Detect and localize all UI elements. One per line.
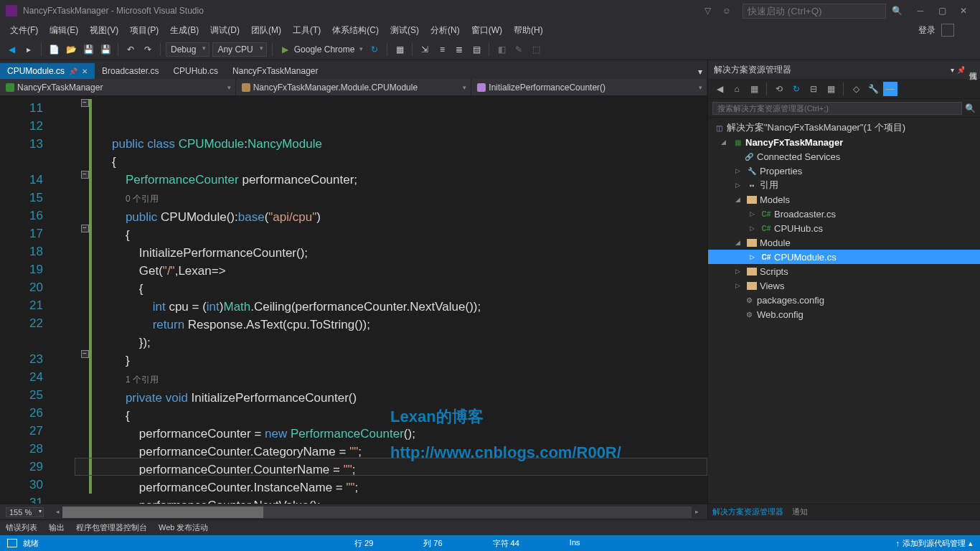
horizontal-scrollbar[interactable]: ◂ ▸ bbox=[52, 507, 702, 518]
menu-debug[interactable]: 调试(D) bbox=[204, 23, 245, 38]
platform-combo[interactable]: Any CPU bbox=[212, 42, 266, 57]
tree-solution[interactable]: ◫解决方案"NancyFxTaskManager"(1 个项目) bbox=[708, 121, 980, 135]
status-source[interactable]: 添加到源代码管理 bbox=[903, 538, 966, 549]
back-icon[interactable]: ◀ bbox=[712, 82, 727, 96]
code-editor[interactable]: 111213 141516171819202122 23242526272829… bbox=[0, 96, 707, 504]
flag-icon[interactable]: ▽ bbox=[705, 6, 711, 16]
tree-module[interactable]: ◢Module bbox=[708, 235, 980, 250]
forward-button[interactable]: ▸ bbox=[22, 42, 36, 57]
scroll-left-arrow[interactable]: ◂ bbox=[52, 507, 62, 518]
tree-scripts[interactable]: ▷Scripts bbox=[708, 264, 980, 278]
show-all-icon[interactable]: ▦ bbox=[824, 82, 838, 96]
toggle-icon[interactable]: ⟲ bbox=[772, 82, 786, 96]
tb-icon-3[interactable]: ≡ bbox=[435, 42, 449, 57]
maximize-button[interactable]: ▢ bbox=[931, 2, 953, 19]
nav-method-combo[interactable]: InitializePerformanceCounter() bbox=[471, 79, 707, 95]
tree-cpuhub[interactable]: ▷C#CPUHub.cs bbox=[708, 221, 980, 235]
scroll-thumb[interactable] bbox=[62, 507, 263, 518]
tree-refs[interactable]: ▷▪▪引用 bbox=[708, 178, 980, 192]
quick-launch-input[interactable] bbox=[743, 4, 886, 19]
properties-icon[interactable]: 🔧 bbox=[866, 82, 880, 96]
bottom-tab-pmc[interactable]: 程序包管理器控制台 bbox=[76, 522, 147, 533]
sync-icon[interactable]: ▦ bbox=[747, 82, 761, 96]
solution-icon: ◫ bbox=[714, 123, 724, 133]
tree-webconfig[interactable]: ⚙Web.config bbox=[708, 307, 980, 321]
start-debug-button[interactable]: Google Chrome bbox=[278, 43, 365, 56]
tab-cpuhub[interactable]: CPUHub.cs bbox=[166, 63, 225, 79]
zoom-combo[interactable]: 155 % bbox=[6, 507, 44, 517]
bottom-tab-errors[interactable]: 错误列表 bbox=[6, 522, 37, 533]
panel-menu-icon[interactable]: ▾ bbox=[951, 66, 954, 74]
search-icon[interactable]: 🔍 bbox=[892, 6, 903, 16]
tb-icon-7[interactable]: ✎ bbox=[512, 42, 526, 57]
feedback-icon[interactable]: ☺ bbox=[722, 6, 731, 16]
scroll-right-arrow[interactable]: ▸ bbox=[692, 507, 702, 518]
tb-icon-5[interactable]: ▤ bbox=[469, 42, 484, 57]
search-icon[interactable]: 🔍 bbox=[965, 103, 976, 113]
save-all-button[interactable]: 💾 bbox=[98, 42, 113, 57]
tb-icon-1[interactable]: ▦ bbox=[392, 42, 407, 57]
menu-build[interactable]: 生成(B) bbox=[164, 23, 204, 38]
class-icon bbox=[242, 83, 250, 92]
solution-search-input[interactable] bbox=[712, 102, 962, 115]
nav-class-combo[interactable]: NancyFxTaskManager.Module.CPUModule bbox=[236, 79, 472, 95]
refresh-button[interactable]: ↻ bbox=[367, 42, 382, 57]
tree-models[interactable]: ◢Models bbox=[708, 192, 980, 207]
tree-packages[interactable]: ⚙packages.config bbox=[708, 293, 980, 307]
code-icon[interactable]: ◇ bbox=[849, 82, 863, 96]
config-combo[interactable]: Debug bbox=[166, 42, 209, 57]
tab-nancyfx[interactable]: NancyFxTaskManager bbox=[225, 63, 325, 79]
bottom-tab-output[interactable]: 输出 bbox=[49, 522, 65, 533]
minimize-button[interactable]: ─ bbox=[910, 2, 931, 19]
home-icon[interactable]: ⌂ bbox=[730, 82, 744, 96]
panel-tab-explorer[interactable]: 解决方案资源管理器 bbox=[712, 507, 783, 517]
back-button[interactable]: ◀ bbox=[4, 42, 19, 57]
menu-help[interactable]: 帮助(H) bbox=[508, 23, 549, 38]
tab-cpumodule[interactable]: CPUModule.cs📌✕ bbox=[0, 63, 95, 79]
save-button[interactable]: 💾 bbox=[81, 42, 95, 57]
menu-view[interactable]: 视图(V) bbox=[84, 23, 124, 38]
side-tab-properties[interactable]: 属性 bbox=[964, 60, 980, 72]
menu-analyze[interactable]: 分析(N) bbox=[425, 23, 466, 38]
tab-broadcaster[interactable]: Broadcaster.cs bbox=[95, 63, 166, 79]
nav-project-combo[interactable]: NancyFxTaskManager bbox=[0, 79, 236, 95]
menu-team[interactable]: 团队(M) bbox=[245, 23, 287, 38]
avatar-icon[interactable] bbox=[941, 24, 954, 37]
tb-icon-8[interactable]: ⬚ bbox=[529, 42, 543, 57]
status-ready: 就绪 bbox=[23, 538, 39, 549]
tree-broadcaster[interactable]: ▷C#Broadcaster.cs bbox=[708, 207, 980, 221]
collapse-icon[interactable]: ⊟ bbox=[806, 82, 821, 96]
chevron-up-icon[interactable]: ▴ bbox=[969, 539, 973, 548]
redo-button[interactable]: ↷ bbox=[141, 42, 155, 57]
preview-icon[interactable]: — bbox=[883, 82, 897, 96]
menu-tools[interactable]: 工具(T) bbox=[287, 23, 326, 38]
panel-tab-notify[interactable]: 通知 bbox=[792, 507, 808, 517]
code-content[interactable]: public class CPUModule:NancyModule { Per… bbox=[75, 96, 707, 504]
connected-icon: 🔗 bbox=[744, 151, 754, 161]
tree-cpumodule[interactable]: ▷C#CPUModule.cs bbox=[708, 250, 980, 264]
login-link[interactable]: 登录 bbox=[918, 24, 936, 37]
menu-file[interactable]: 文件(F) bbox=[4, 23, 44, 38]
open-button[interactable]: 📂 bbox=[64, 42, 78, 57]
menu-edit[interactable]: 编辑(E) bbox=[44, 23, 84, 38]
bottom-tab-publish[interactable]: Web 发布活动 bbox=[159, 522, 208, 533]
menu-project[interactable]: 项目(P) bbox=[124, 23, 164, 38]
tree-views[interactable]: ▷Views bbox=[708, 278, 980, 293]
solution-tree[interactable]: ◫解决方案"NancyFxTaskManager"(1 个项目) ◢▦Nancy… bbox=[708, 118, 980, 504]
menu-arch[interactable]: 体系结构(C) bbox=[326, 23, 385, 38]
undo-button[interactable]: ↶ bbox=[123, 42, 138, 57]
tree-properties[interactable]: ▷🔧Properties bbox=[708, 164, 980, 178]
new-button[interactable]: 📄 bbox=[47, 42, 61, 57]
tree-project[interactable]: ◢▦NancyFxTaskManager bbox=[708, 135, 980, 149]
menu-test[interactable]: 测试(S) bbox=[385, 23, 425, 38]
tabs-dropdown[interactable]: ▾ bbox=[693, 65, 707, 79]
tb-icon-2[interactable]: ⇲ bbox=[418, 42, 432, 57]
refresh-icon[interactable]: ↻ bbox=[789, 82, 804, 96]
close-icon[interactable]: ✕ bbox=[82, 67, 88, 75]
menu-window[interactable]: 窗口(W) bbox=[466, 23, 508, 38]
close-button[interactable]: ✕ bbox=[953, 2, 974, 19]
tb-icon-4[interactable]: ≣ bbox=[452, 42, 466, 57]
tb-icon-6[interactable]: ◧ bbox=[494, 42, 509, 57]
tree-connected[interactable]: 🔗Connected Services bbox=[708, 149, 980, 164]
pin-icon[interactable]: 📌 bbox=[69, 67, 77, 75]
